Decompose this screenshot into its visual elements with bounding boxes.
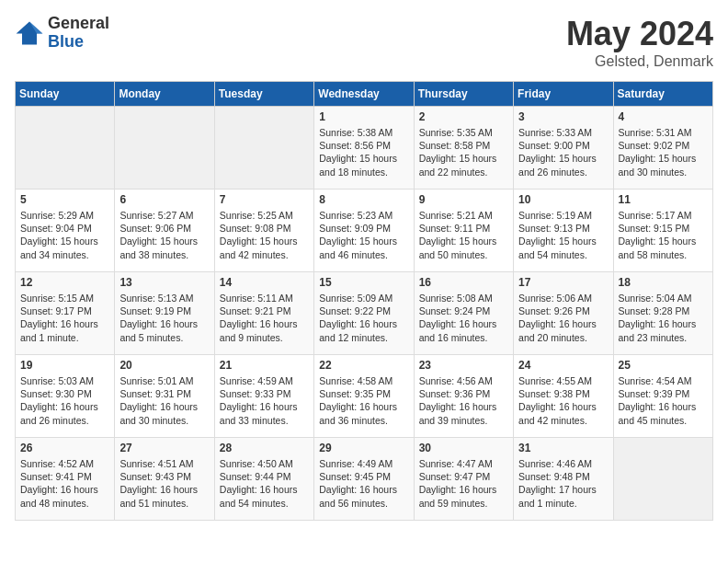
header-monday: Monday [115, 82, 214, 107]
header-tuesday: Tuesday [214, 82, 313, 107]
calendar-week-row: 12Sunrise: 5:15 AM Sunset: 9:17 PM Dayli… [16, 272, 713, 355]
calendar-cell: 15Sunrise: 5:09 AM Sunset: 9:22 PM Dayli… [314, 272, 414, 355]
calendar-week-row: 1Sunrise: 5:38 AM Sunset: 8:56 PM Daylig… [16, 107, 713, 190]
calendar-week-row: 5Sunrise: 5:29 AM Sunset: 9:04 PM Daylig… [16, 190, 713, 272]
calendar-cell: 14Sunrise: 5:11 AM Sunset: 9:21 PM Dayli… [214, 272, 313, 355]
calendar-week-row: 26Sunrise: 4:52 AM Sunset: 9:41 PM Dayli… [16, 438, 713, 521]
day-number: 28 [220, 442, 309, 454]
logo: General Blue [15, 15, 109, 52]
calendar-header-row: SundayMondayTuesdayWednesdayThursdayFrid… [16, 82, 713, 107]
logo-blue: Blue [48, 33, 109, 52]
day-info: Sunrise: 5:19 AM Sunset: 9:13 PM Dayligh… [518, 209, 608, 261]
calendar-cell: 24Sunrise: 4:55 AM Sunset: 9:38 PM Dayli… [514, 355, 613, 438]
day-number: 30 [419, 442, 508, 454]
calendar-cell: 2Sunrise: 5:35 AM Sunset: 8:58 PM Daylig… [414, 107, 513, 190]
day-info: Sunrise: 4:55 AM Sunset: 9:38 PM Dayligh… [518, 374, 608, 427]
day-number: 1 [319, 110, 408, 123]
day-number: 7 [220, 193, 309, 206]
logo-icon [15, 20, 44, 46]
header-thursday: Thursday [414, 82, 513, 107]
day-number: 4 [619, 110, 708, 123]
day-info: Sunrise: 4:59 AM Sunset: 9:33 PM Dayligh… [220, 374, 309, 427]
calendar-cell: 5Sunrise: 5:29 AM Sunset: 9:04 PM Daylig… [16, 190, 115, 272]
day-info: Sunrise: 4:50 AM Sunset: 9:44 PM Dayligh… [220, 457, 309, 510]
day-info: Sunrise: 5:29 AM Sunset: 9:04 PM Dayligh… [20, 209, 109, 261]
calendar-cell: 23Sunrise: 4:56 AM Sunset: 9:36 PM Dayli… [414, 355, 513, 438]
day-number: 2 [419, 110, 508, 123]
logo-general: General [48, 15, 109, 33]
day-info: Sunrise: 4:46 AM Sunset: 9:48 PM Dayligh… [518, 457, 608, 510]
header-sunday: Sunday [16, 82, 115, 107]
calendar-cell: 30Sunrise: 4:47 AM Sunset: 9:47 PM Dayli… [414, 438, 513, 521]
day-info: Sunrise: 4:47 AM Sunset: 9:47 PM Dayligh… [419, 457, 508, 510]
day-number: 21 [220, 359, 309, 372]
day-number: 29 [319, 442, 408, 454]
day-number: 19 [20, 359, 109, 372]
calendar-cell [214, 107, 313, 190]
calendar-cell: 31Sunrise: 4:46 AM Sunset: 9:48 PM Dayli… [514, 438, 613, 521]
day-info: Sunrise: 5:01 AM Sunset: 9:31 PM Dayligh… [119, 374, 209, 427]
day-number: 15 [319, 276, 408, 289]
calendar-cell: 22Sunrise: 4:58 AM Sunset: 9:35 PM Dayli… [314, 355, 414, 438]
day-number: 10 [518, 193, 608, 206]
day-info: Sunrise: 4:58 AM Sunset: 9:35 PM Dayligh… [319, 374, 408, 427]
day-info: Sunrise: 5:13 AM Sunset: 9:19 PM Dayligh… [119, 292, 209, 344]
day-number: 14 [220, 276, 309, 289]
calendar-cell: 8Sunrise: 5:23 AM Sunset: 9:09 PM Daylig… [314, 190, 414, 272]
calendar-cell [115, 107, 214, 190]
calendar-cell [613, 438, 712, 521]
header-saturday: Saturday [613, 82, 712, 107]
day-number: 23 [419, 359, 508, 372]
calendar-cell: 16Sunrise: 5:08 AM Sunset: 9:24 PM Dayli… [414, 272, 513, 355]
calendar-cell: 11Sunrise: 5:17 AM Sunset: 9:15 PM Dayli… [613, 190, 712, 272]
calendar-cell: 13Sunrise: 5:13 AM Sunset: 9:19 PM Dayli… [115, 272, 214, 355]
day-info: Sunrise: 5:21 AM Sunset: 9:11 PM Dayligh… [419, 209, 508, 261]
logo-text: General Blue [48, 15, 109, 52]
calendar-cell: 12Sunrise: 5:15 AM Sunset: 9:17 PM Dayli… [16, 272, 115, 355]
day-info: Sunrise: 4:56 AM Sunset: 9:36 PM Dayligh… [419, 374, 508, 427]
day-number: 3 [518, 110, 608, 123]
calendar-cell [16, 107, 115, 190]
day-number: 26 [20, 442, 109, 454]
header-wednesday: Wednesday [314, 82, 414, 107]
title-area: May 2024 Gelsted, Denmark [566, 15, 713, 70]
day-number: 31 [518, 442, 608, 454]
day-info: Sunrise: 5:06 AM Sunset: 9:26 PM Dayligh… [518, 292, 608, 344]
day-number: 16 [419, 276, 508, 289]
day-number: 5 [20, 193, 109, 206]
day-info: Sunrise: 5:09 AM Sunset: 9:22 PM Dayligh… [319, 292, 408, 344]
calendar-cell: 10Sunrise: 5:19 AM Sunset: 9:13 PM Dayli… [514, 190, 613, 272]
day-info: Sunrise: 5:23 AM Sunset: 9:09 PM Dayligh… [319, 209, 408, 261]
day-info: Sunrise: 5:11 AM Sunset: 9:21 PM Dayligh… [220, 292, 309, 344]
day-info: Sunrise: 4:51 AM Sunset: 9:43 PM Dayligh… [119, 457, 209, 510]
calendar-cell: 3Sunrise: 5:33 AM Sunset: 9:00 PM Daylig… [514, 107, 613, 190]
calendar-cell: 4Sunrise: 5:31 AM Sunset: 9:02 PM Daylig… [613, 107, 712, 190]
day-info: Sunrise: 5:03 AM Sunset: 9:30 PM Dayligh… [20, 374, 109, 427]
day-number: 18 [619, 276, 708, 289]
day-info: Sunrise: 5:35 AM Sunset: 8:58 PM Dayligh… [419, 126, 508, 178]
day-number: 8 [319, 193, 408, 206]
day-info: Sunrise: 4:54 AM Sunset: 9:39 PM Dayligh… [619, 374, 708, 427]
day-info: Sunrise: 4:52 AM Sunset: 9:41 PM Dayligh… [20, 457, 109, 510]
day-info: Sunrise: 5:17 AM Sunset: 9:15 PM Dayligh… [619, 209, 708, 261]
day-number: 24 [518, 359, 608, 372]
day-info: Sunrise: 4:49 AM Sunset: 9:45 PM Dayligh… [319, 457, 408, 510]
calendar-cell: 21Sunrise: 4:59 AM Sunset: 9:33 PM Dayli… [214, 355, 313, 438]
day-info: Sunrise: 5:38 AM Sunset: 8:56 PM Dayligh… [319, 126, 408, 178]
day-number: 9 [419, 193, 508, 206]
calendar-cell: 19Sunrise: 5:03 AM Sunset: 9:30 PM Dayli… [16, 355, 115, 438]
main-title: May 2024 [566, 15, 713, 53]
calendar-cell: 6Sunrise: 5:27 AM Sunset: 9:06 PM Daylig… [115, 190, 214, 272]
calendar-cell: 9Sunrise: 5:21 AM Sunset: 9:11 PM Daylig… [414, 190, 513, 272]
day-info: Sunrise: 5:15 AM Sunset: 9:17 PM Dayligh… [20, 292, 109, 344]
day-info: Sunrise: 5:25 AM Sunset: 9:08 PM Dayligh… [220, 209, 309, 261]
calendar-cell: 26Sunrise: 4:52 AM Sunset: 9:41 PM Dayli… [16, 438, 115, 521]
calendar-cell: 28Sunrise: 4:50 AM Sunset: 9:44 PM Dayli… [214, 438, 313, 521]
header-friday: Friday [514, 82, 613, 107]
day-number: 13 [119, 276, 209, 289]
day-info: Sunrise: 5:33 AM Sunset: 9:00 PM Dayligh… [518, 126, 608, 178]
subtitle: Gelsted, Denmark [566, 53, 713, 70]
calendar-cell: 29Sunrise: 4:49 AM Sunset: 9:45 PM Dayli… [314, 438, 414, 521]
calendar-cell: 20Sunrise: 5:01 AM Sunset: 9:31 PM Dayli… [115, 355, 214, 438]
day-number: 27 [119, 442, 209, 454]
